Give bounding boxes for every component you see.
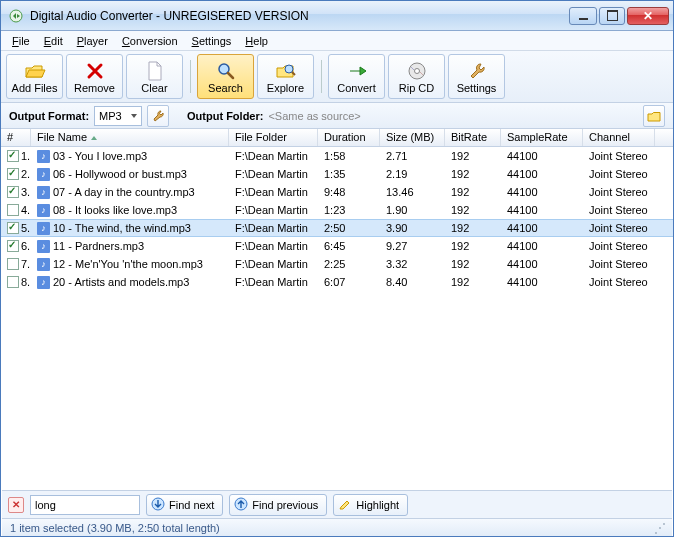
- table-row[interactable]: 7.♪12 - Me'n'You 'n'the moon.mp3F:\Dean …: [1, 255, 673, 273]
- file-folder: F:\Dean Martin: [229, 186, 318, 198]
- samplerate: 44100: [501, 150, 583, 162]
- size: 3.90: [380, 222, 445, 234]
- explore-button[interactable]: Explore: [257, 54, 314, 99]
- samplerate: 44100: [501, 276, 583, 288]
- settings-button[interactable]: Settings: [448, 54, 505, 99]
- row-checkbox[interactable]: [7, 150, 19, 162]
- bitrate: 192: [445, 240, 501, 252]
- channel: Joint Stereo: [583, 168, 655, 180]
- close-button[interactable]: ✕: [627, 7, 669, 25]
- table-row[interactable]: 2.♪06 - Hollywood or bust.mp3F:\Dean Mar…: [1, 165, 673, 183]
- table-row[interactable]: 6.♪11 - Pardners.mp3F:\Dean Martin6:459.…: [1, 237, 673, 255]
- maximize-button[interactable]: [599, 7, 625, 25]
- col-filename[interactable]: File Name: [31, 129, 229, 146]
- row-number: 3.: [21, 186, 30, 198]
- file-name: 07 - A day in the country.mp3: [53, 186, 195, 198]
- table-row[interactable]: 5.♪10 - The wind, the wind.mp3F:\Dean Ma…: [1, 219, 673, 237]
- blank-page-icon: [147, 60, 163, 82]
- row-checkbox[interactable]: [7, 186, 19, 198]
- channel: Joint Stereo: [583, 240, 655, 252]
- music-file-icon: ♪: [37, 168, 50, 181]
- menubar: File Edit Player Conversion Settings Hel…: [1, 31, 673, 51]
- search-icon: [216, 60, 236, 82]
- row-checkbox[interactable]: [7, 276, 19, 288]
- file-name: 10 - The wind, the wind.mp3: [53, 222, 191, 234]
- menu-edit[interactable]: Edit: [37, 33, 70, 49]
- close-search-button[interactable]: ✕: [8, 497, 24, 513]
- svg-point-2: [285, 65, 293, 73]
- duration: 6:45: [318, 240, 380, 252]
- table-row[interactable]: 8.♪20 - Artists and models.mp3F:\Dean Ma…: [1, 273, 673, 291]
- channel: Joint Stereo: [583, 276, 655, 288]
- window-controls: ✕: [567, 7, 669, 25]
- bitrate: 192: [445, 204, 501, 216]
- highlight-button[interactable]: Highlight: [333, 494, 408, 516]
- status-bar: 1 item selected (3.90 MB, 2:50 total len…: [2, 518, 672, 536]
- size: 9.27: [380, 240, 445, 252]
- col-size[interactable]: Size (MB): [380, 129, 445, 146]
- music-file-icon: ♪: [37, 204, 50, 217]
- channel: Joint Stereo: [583, 204, 655, 216]
- col-channel[interactable]: Channel: [583, 129, 655, 146]
- format-settings-button[interactable]: [147, 105, 169, 127]
- row-checkbox[interactable]: [7, 258, 19, 270]
- file-folder: F:\Dean Martin: [229, 168, 318, 180]
- table-header: # File Name File Folder Duration Size (M…: [1, 129, 673, 147]
- row-checkbox[interactable]: [7, 222, 19, 234]
- window-title: Digital Audio Converter - UNREGISERED VE…: [30, 9, 567, 23]
- file-folder: F:\Dean Martin: [229, 276, 318, 288]
- table-row[interactable]: 3.♪07 - A day in the country.mp3F:\Dean …: [1, 183, 673, 201]
- file-name: 20 - Artists and models.mp3: [53, 276, 189, 288]
- channel: Joint Stereo: [583, 222, 655, 234]
- rip-cd-button[interactable]: Rip CD: [388, 54, 445, 99]
- size: 8.40: [380, 276, 445, 288]
- toolbar-separator: [190, 60, 193, 93]
- size: 2.19: [380, 168, 445, 180]
- menu-file[interactable]: File: [5, 33, 37, 49]
- minimize-button[interactable]: [569, 7, 597, 25]
- row-number: 5.: [21, 222, 30, 234]
- row-checkbox[interactable]: [7, 240, 19, 252]
- col-folder[interactable]: File Folder: [229, 129, 318, 146]
- duration: 1:58: [318, 150, 380, 162]
- file-folder: F:\Dean Martin: [229, 258, 318, 270]
- menu-settings[interactable]: Settings: [185, 33, 239, 49]
- music-file-icon: ♪: [37, 186, 50, 199]
- toolbar-separator: [321, 60, 324, 93]
- output-format-select[interactable]: MP3: [94, 106, 142, 126]
- resize-grip[interactable]: ⋰: [654, 521, 664, 535]
- file-folder: F:\Dean Martin: [229, 150, 318, 162]
- search-button[interactable]: Search: [197, 54, 254, 99]
- format-bar: Output Format: MP3 Output Folder: <Same …: [1, 103, 673, 129]
- col-bitrate[interactable]: BitRate: [445, 129, 501, 146]
- row-checkbox[interactable]: [7, 168, 19, 180]
- table-row[interactable]: 1.♪03 - You I love.mp3F:\Dean Martin1:58…: [1, 147, 673, 165]
- table-row[interactable]: 4.♪08 - It looks like love.mp3F:\Dean Ma…: [1, 201, 673, 219]
- menu-player[interactable]: Player: [70, 33, 115, 49]
- add-files-button[interactable]: Add Files: [6, 54, 63, 99]
- output-format-label: Output Format:: [9, 110, 89, 122]
- music-file-icon: ♪: [37, 222, 50, 235]
- find-next-button[interactable]: Find next: [146, 494, 223, 516]
- col-duration[interactable]: Duration: [318, 129, 380, 146]
- menu-conversion[interactable]: Conversion: [115, 33, 185, 49]
- file-name: 11 - Pardners.mp3: [53, 240, 144, 252]
- browse-folder-button[interactable]: [643, 105, 665, 127]
- music-file-icon: ♪: [37, 240, 50, 253]
- music-file-icon: ♪: [37, 276, 50, 289]
- row-checkbox[interactable]: [7, 204, 19, 216]
- menu-help[interactable]: Help: [238, 33, 275, 49]
- search-input[interactable]: [30, 495, 140, 515]
- clear-button[interactable]: Clear: [126, 54, 183, 99]
- col-samplerate[interactable]: SampleRate: [501, 129, 583, 146]
- channel: Joint Stereo: [583, 258, 655, 270]
- find-previous-button[interactable]: Find previous: [229, 494, 327, 516]
- arrow-down-icon: [151, 497, 165, 513]
- toolbar: Add Files Remove Clear Search Explore Co…: [1, 51, 673, 103]
- col-number[interactable]: #: [1, 129, 31, 146]
- svg-point-4: [414, 68, 419, 73]
- convert-button[interactable]: Convert: [328, 54, 385, 99]
- samplerate: 44100: [501, 204, 583, 216]
- remove-button[interactable]: Remove: [66, 54, 123, 99]
- size: 2.71: [380, 150, 445, 162]
